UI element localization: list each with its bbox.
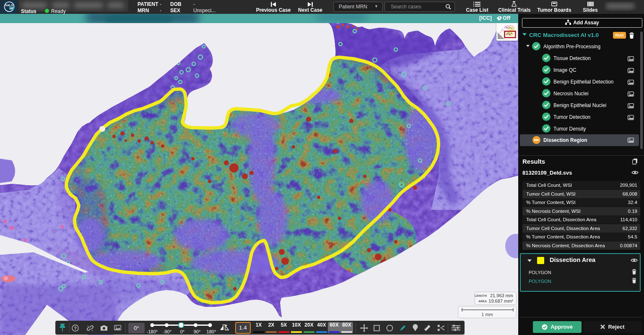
svg-text:HALO: HALO [5,4,13,7]
svg-text:AP: AP [10,7,13,10]
svg-text:?: ? [74,326,77,331]
svg-text:1 mm: 1 mm [481,312,493,317]
